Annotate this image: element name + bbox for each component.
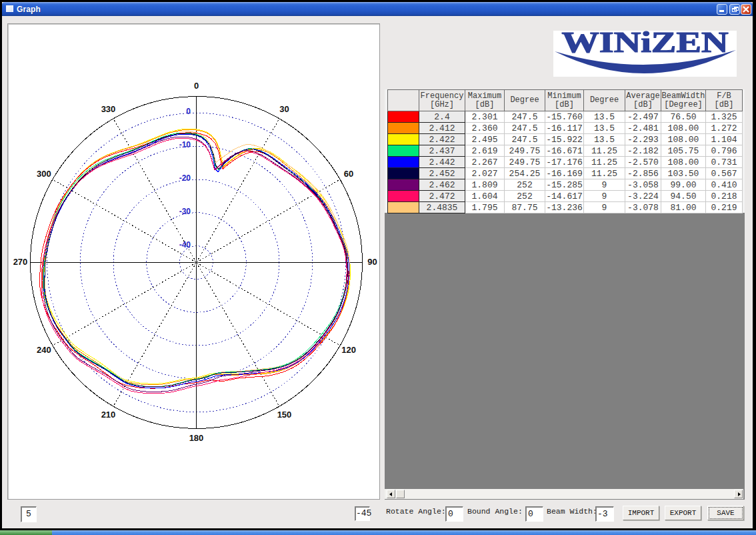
svg-text:30: 30 <box>279 104 289 114</box>
svg-text:270: 270 <box>13 257 28 267</box>
svg-text:-30: -30 <box>179 207 191 216</box>
svg-text:120: 120 <box>341 345 356 355</box>
svg-text:210: 210 <box>101 410 116 420</box>
svg-text:-40: -40 <box>179 240 191 249</box>
svg-text:WINiZEN: WINiZEN <box>562 31 729 59</box>
svg-text:0: 0 <box>194 81 199 91</box>
svg-text:90: 90 <box>367 257 377 267</box>
svg-text:-20: -20 <box>179 173 191 183</box>
svg-text:150: 150 <box>277 410 292 420</box>
svg-text:0: 0 <box>186 107 191 116</box>
svg-text:240: 240 <box>37 345 51 355</box>
svg-text:-10: -10 <box>179 140 191 149</box>
svg-text:60: 60 <box>344 169 353 179</box>
svg-text:180: 180 <box>189 433 204 443</box>
svg-text:330: 330 <box>101 104 116 114</box>
svg-text:300: 300 <box>37 169 51 179</box>
